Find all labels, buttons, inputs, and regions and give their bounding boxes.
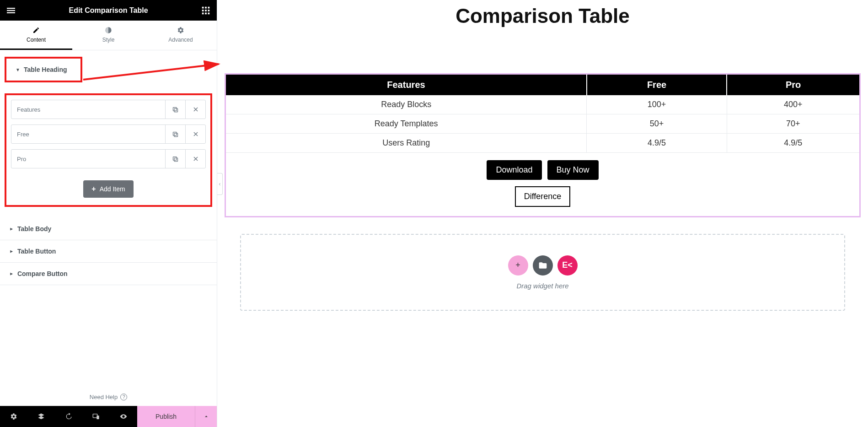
ekit-icon[interactable]: E< <box>557 255 578 276</box>
section-table-heading[interactable]: ▼ Table Heading <box>6 59 80 81</box>
comparison-table: FeaturesFreePro Ready Blocks100+400+Read… <box>226 75 859 153</box>
section-table-button-label: Table Button <box>17 248 56 255</box>
table-row: Users Rating4.9/54.9/5 <box>226 134 859 153</box>
close-icon[interactable] <box>185 100 205 119</box>
table-header-cell: Pro <box>727 75 859 95</box>
svg-rect-14 <box>173 107 177 111</box>
table-cell: 50+ <box>587 114 727 134</box>
editor-sidebar: Edit Comparison Table Content Style Adva… <box>0 0 217 427</box>
help-icon: ? <box>120 394 127 400</box>
need-help-label: Need Help <box>90 394 118 400</box>
svg-rect-3 <box>202 6 204 8</box>
drop-circles: + E< <box>508 255 578 276</box>
close-icon[interactable] <box>185 150 205 168</box>
drop-text: Drag widget here <box>516 282 568 290</box>
need-help[interactable]: Need Help ? <box>0 388 217 406</box>
publish-button[interactable]: Publish <box>137 406 195 427</box>
history-icon[interactable] <box>55 406 82 427</box>
heading-item[interactable]: Free <box>11 124 206 144</box>
caret-right-icon: ▼ <box>9 249 14 254</box>
add-item-button[interactable]: + Add Item <box>83 180 133 198</box>
compare-button[interactable]: Difference <box>515 186 571 207</box>
table-cell: Ready Templates <box>226 114 587 134</box>
tab-style[interactable]: Style <box>72 21 145 50</box>
table-cell: 4.9/5 <box>727 134 859 153</box>
close-icon[interactable] <box>185 125 205 143</box>
action-button[interactable]: Download <box>487 160 541 180</box>
drop-zone[interactable]: + E< Drag widget here <box>240 234 845 311</box>
svg-rect-26 <box>96 416 99 419</box>
table-cell: 70+ <box>727 114 859 134</box>
publish-label: Publish <box>155 413 177 420</box>
tabs: Content Style Advanced <box>0 21 217 50</box>
svg-rect-6 <box>202 10 204 11</box>
plus-icon: + <box>91 185 96 193</box>
svg-rect-9 <box>202 12 204 14</box>
widgets-grid-icon[interactable] <box>201 6 210 15</box>
section-table-button[interactable]: ▼ Table Button <box>0 240 217 263</box>
tab-advanced[interactable]: Advanced <box>145 21 217 50</box>
action-button[interactable]: Buy Now <box>547 160 599 180</box>
settings-icon[interactable] <box>0 406 27 427</box>
svg-rect-18 <box>173 132 177 135</box>
tab-content[interactable]: Content <box>0 21 72 50</box>
heading-item-label: Features <box>11 100 165 119</box>
action-button-row: DownloadBuy Now <box>226 160 859 180</box>
table-cell: Users Rating <box>226 134 587 153</box>
section-table-body-label: Table Body <box>17 225 51 232</box>
svg-rect-13 <box>174 108 178 112</box>
table-header-row: FeaturesFreePro <box>226 75 859 95</box>
navigator-icon[interactable] <box>27 406 55 427</box>
table-cell: 400+ <box>727 95 859 114</box>
sidebar-header: Edit Comparison Table <box>0 0 217 21</box>
table-row: Ready Templates50+70+ <box>226 114 859 134</box>
svg-rect-2 <box>7 12 15 13</box>
preview-area: Comparison Table FeaturesFreePro Ready B… <box>217 0 868 427</box>
heading-item-label: Free <box>11 125 165 143</box>
page-title: Comparison Table <box>217 5 868 27</box>
sidebar-title: Edit Comparison Table <box>69 6 148 15</box>
duplicate-icon[interactable] <box>165 150 185 168</box>
table-body: Ready Blocks100+400+Ready Templates50+70… <box>226 95 859 153</box>
heading-item[interactable]: Pro <box>11 149 206 168</box>
section-table-heading-label: Table Heading <box>24 66 67 73</box>
svg-rect-0 <box>7 8 15 9</box>
responsive-icon[interactable] <box>82 406 110 427</box>
tab-advanced-label: Advanced <box>168 37 193 43</box>
add-section-icon[interactable]: + <box>508 255 528 276</box>
widget-comparison-table[interactable]: FeaturesFreePro Ready Blocks100+400+Read… <box>225 73 861 217</box>
heading-item-label: Pro <box>11 150 165 168</box>
svg-rect-17 <box>174 133 178 137</box>
table-cell: 100+ <box>587 95 727 114</box>
svg-rect-4 <box>205 6 207 8</box>
section-table-body[interactable]: ▼ Table Body <box>0 218 217 240</box>
tab-style-label: Style <box>102 37 115 43</box>
publish-options-icon[interactable] <box>195 406 217 427</box>
template-library-icon[interactable] <box>533 255 553 276</box>
table-cell: Ready Blocks <box>226 95 587 114</box>
table-cell: 4.9/5 <box>587 134 727 153</box>
tab-content-label: Content <box>27 37 46 43</box>
heading-item[interactable]: Features <box>11 100 206 119</box>
add-item-label: Add Item <box>100 185 125 193</box>
svg-rect-1 <box>7 10 15 11</box>
caret-down-icon: ▼ <box>16 67 20 72</box>
highlight-table-heading: ▼ Table Heading <box>5 57 82 82</box>
svg-rect-11 <box>208 12 210 14</box>
svg-rect-7 <box>205 10 207 11</box>
svg-rect-10 <box>205 12 207 14</box>
table-header-cell: Free <box>587 75 727 95</box>
preview-icon[interactable] <box>110 406 137 427</box>
section-compare-button[interactable]: ▼ Compare Button <box>0 263 217 285</box>
duplicate-icon[interactable] <box>165 125 185 143</box>
svg-rect-8 <box>208 10 210 11</box>
hamburger-icon[interactable] <box>6 6 16 15</box>
footer-bar: Publish <box>0 406 217 427</box>
svg-rect-25 <box>93 414 97 418</box>
duplicate-icon[interactable] <box>165 100 185 119</box>
table-header-cell: Features <box>226 75 587 95</box>
svg-rect-22 <box>173 157 177 160</box>
caret-right-icon: ▼ <box>9 227 14 231</box>
heading-items-list: FeaturesFreePro <box>11 100 206 177</box>
collapse-sidebar-handle[interactable]: ‹ <box>217 173 223 195</box>
